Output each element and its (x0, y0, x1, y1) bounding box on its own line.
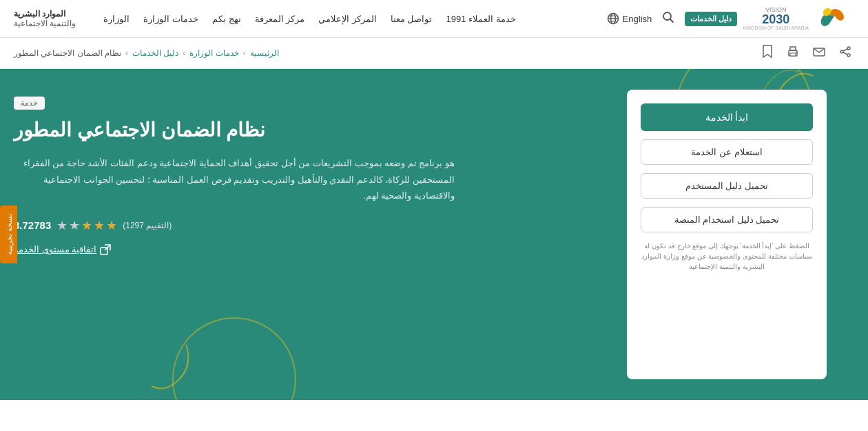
ministry-name-line1: الموارد البشرية (14, 9, 65, 19)
user-guide-button[interactable]: تحميل دليل المستخدم (641, 173, 813, 199)
nav-knowledge[interactable]: مركز المعرفة (255, 14, 305, 24)
search-icon (662, 11, 674, 23)
breadcrumb-sep1: › (243, 48, 246, 58)
breadcrumb-ministry-services[interactable]: خدمات الوزارة (189, 48, 238, 58)
star-1-icon: ★ (56, 218, 68, 233)
svg-point-7 (847, 47, 850, 50)
email-icon (813, 46, 825, 58)
svg-rect-14 (790, 47, 796, 50)
svg-line-10 (843, 49, 847, 51)
nav-approach[interactable]: نهج بكم (212, 14, 241, 24)
nav-ministry[interactable]: الوزارة (103, 14, 130, 24)
header: VISION 2030 KINGDOM OF SAUDI ARABIA دليل… (0, 0, 868, 38)
svg-point-8 (840, 50, 843, 53)
breadcrumb-toolbar-area: الرئيسية › خدمات الوزارة › دليل الخدمات … (0, 38, 868, 69)
language-label: English (623, 14, 652, 24)
rating-count: (التقييم 1297) (123, 221, 172, 230)
start-service-button[interactable]: ابدأ الخدمة (641, 103, 813, 131)
services-directory-badge[interactable]: دليل الخدمات (685, 12, 737, 26)
rating-value: 3.72783 (14, 219, 51, 231)
language-button[interactable]: English (607, 12, 652, 25)
customer-service-text: خدمة العملاء 1991 (446, 14, 515, 24)
globe-icon (607, 12, 619, 25)
card-disclaimer: الضغط على 'إبدأ الخدمة' يوجهك إلى موقع خ… (641, 241, 813, 272)
service-info-area: خدمة نظام الضمان الاجتماعي المطور هو برن… (0, 69, 606, 400)
star-rating: ★ ★ ★ ★ ★ (56, 218, 117, 233)
svg-point-16 (796, 52, 797, 53)
header-actions: English (607, 11, 675, 26)
search-button[interactable] (662, 11, 674, 26)
sla-link[interactable]: اتفاقية مستوى الخدمة (14, 244, 111, 255)
share-icon (839, 46, 851, 58)
service-card: ابدأ الخدمة استعلام عن الخدمة تحميل دليل… (627, 90, 827, 379)
svg-point-9 (847, 54, 850, 57)
rating-row: (التقييم 1297) ★ ★ ★ ★ ★ 3.72783 (14, 218, 172, 233)
ministry-name: الموارد البشرية والتنمية الاجتماعية (14, 9, 76, 28)
breadcrumb-home[interactable]: الرئيسية (250, 48, 279, 58)
ministry-bird-icon (814, 5, 849, 32)
breadcrumb-current: نظام الضمان الاجتماعي المطور (14, 48, 121, 58)
service-badge: خدمة (14, 97, 45, 110)
breadcrumb-sep3: › (125, 48, 128, 58)
main-content-area: نسخة تجريبية ابدأ الخدمة استعلام عن الخد… (0, 69, 868, 400)
svg-rect-15 (790, 53, 796, 56)
star-4-icon: ★ (94, 218, 105, 233)
bookmark-button[interactable] (759, 42, 776, 64)
breadcrumb-sep2: › (183, 48, 185, 58)
platform-guide-button[interactable]: تحميل دليل استخدام المنصة (641, 207, 813, 232)
inquiry-button[interactable]: استعلام عن الخدمة (641, 139, 813, 165)
star-5-icon: ★ (106, 218, 117, 233)
print-icon (787, 46, 799, 58)
breadcrumb-directory[interactable]: دليل الخدمات (132, 48, 178, 58)
svg-line-11 (843, 52, 847, 54)
vision-year: 2030 (762, 13, 789, 26)
service-description: هو برنامج تم وضعه بموجب التشريعات من أجل… (14, 155, 455, 203)
print-button[interactable] (784, 43, 802, 63)
star-3-icon: ★ (81, 218, 92, 233)
sla-link-text: اتفاقية مستوى الخدمة (14, 244, 96, 254)
breadcrumb: الرئيسية › خدمات الوزارة › دليل الخدمات … (14, 48, 279, 58)
service-title: نظام الضمان الاجتماعي المطور (14, 118, 265, 143)
bookmark-icon (762, 45, 773, 59)
share-button[interactable] (836, 43, 854, 63)
external-link-icon (100, 244, 111, 255)
email-button[interactable] (810, 43, 828, 63)
beta-tab[interactable]: نسخة تجريبية (0, 206, 17, 263)
main-nav: خدمة العملاء 1991 تواصل معنا المركز الإع… (103, 14, 515, 24)
ministry-name-line2: والتنمية الاجتماعية (14, 19, 76, 28)
vision-logo: VISION 2030 KINGDOM OF SAUDI ARABIA (743, 7, 809, 30)
nav-media[interactable]: المركز الإعلامي (318, 14, 377, 24)
star-2-icon: ★ (69, 218, 80, 233)
logo-area: VISION 2030 KINGDOM OF SAUDI ARABIA دليل… (685, 5, 854, 32)
nav-ministry-services[interactable]: خدمات الوزارة (143, 14, 198, 24)
vision-sub: KINGDOM OF SAUDI ARABIA (743, 26, 809, 30)
toolbar: الرئيسية › خدمات الوزارة › دليل الخدمات … (0, 38, 868, 69)
svg-line-1 (670, 19, 674, 23)
nav-contact[interactable]: تواصل معنا (391, 14, 433, 24)
